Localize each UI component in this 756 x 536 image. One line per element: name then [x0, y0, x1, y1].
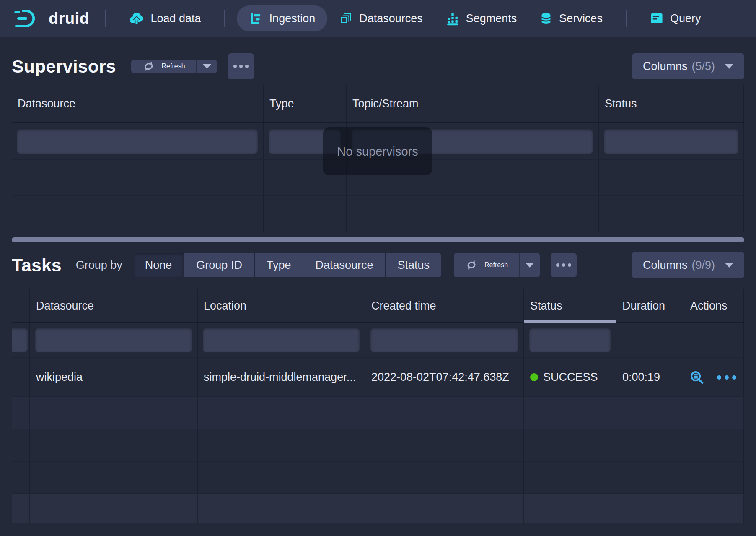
top-nav: druid Load data Ingestion [0, 0, 756, 37]
druid-logo-icon [14, 8, 42, 29]
task-created-time-cell: 2022-08-02T07:42:47.638Z [365, 358, 524, 396]
nav-divider [626, 10, 627, 27]
nav-item-datasources[interactable]: Datasources [327, 0, 434, 37]
brand-name: druid [49, 10, 89, 28]
header-task-id-clipped[interactable] [12, 289, 30, 322]
datasource-filter-input[interactable] [17, 129, 258, 154]
more-icon [233, 65, 237, 68]
task-location-cell: simple-druid-middlemanager... [198, 358, 365, 396]
empty-row [12, 429, 744, 461]
header-datasource[interactable]: Datasource [30, 289, 198, 322]
refresh-interval-dropdown[interactable] [520, 253, 540, 277]
nav-item-services[interactable]: Services [528, 0, 614, 37]
location-filter-input[interactable] [203, 328, 360, 352]
task-actions-cell [684, 358, 744, 396]
nav-item-label: Ingestion [269, 12, 316, 25]
refresh-button[interactable]: Refresh [454, 253, 519, 277]
stacked-panels-icon [339, 11, 353, 26]
tasks-more-button[interactable] [551, 253, 577, 277]
success-status-dot [530, 373, 538, 381]
header-created-time[interactable]: Created time [365, 289, 524, 322]
no-supervisors-message: No supervisors [337, 145, 418, 159]
three-blue-dots-icon [717, 375, 721, 380]
nav-item-load-data[interactable]: Load data [118, 0, 212, 37]
nav-item-label: Query [670, 12, 701, 25]
druid-logo[interactable]: druid [10, 8, 93, 29]
nav-item-label: Services [559, 12, 603, 25]
nav-item-segments[interactable]: Segments [434, 0, 528, 37]
nav-divider [105, 10, 106, 27]
supervisors-title: Supervisors [12, 56, 116, 77]
group-by-button-group: None Group ID Type Datasource Status [133, 253, 441, 277]
tasks-toolbar: Tasks Group by None Group ID Type Dataso… [0, 252, 756, 278]
datasource-filter-input[interactable] [35, 328, 192, 352]
nav-divider [224, 10, 225, 27]
header-location[interactable]: Location [198, 289, 365, 322]
task-datasource-cell: wikipedia [30, 358, 198, 396]
caret-down-icon [526, 263, 534, 268]
header-type[interactable]: Type [264, 85, 347, 122]
task-status-cell: SUCCESS [524, 358, 616, 396]
status-filter-input[interactable] [529, 328, 611, 352]
empty-row [12, 461, 744, 493]
header-status[interactable]: Status [599, 85, 744, 122]
supervisors-hscrollbar [12, 237, 744, 242]
group-by-status-button[interactable]: Status [386, 253, 442, 277]
supervisors-more-button[interactable] [228, 53, 254, 79]
group-by-none-button[interactable]: None [133, 253, 184, 277]
task-more-actions-button[interactable] [717, 375, 736, 380]
scrollbar-thumb[interactable] [12, 237, 744, 242]
tasks-title: Tasks [12, 255, 62, 276]
refresh-label: Refresh [162, 62, 185, 70]
group-by-datasource-button[interactable]: Datasource [303, 253, 385, 277]
tasks-header-row: Datasource Location Created time Status … [12, 289, 744, 323]
caret-down-icon [725, 263, 733, 268]
tasks-columns-button[interactable]: Columns (9/9) [632, 252, 744, 278]
caret-down-icon [725, 64, 733, 69]
task-row-wikipedia[interactable]: wikipedia simple-druid-middlemanager... … [12, 357, 744, 396]
nav-item-label: Segments [466, 12, 517, 25]
no-supervisors-overlay: No supervisors [323, 127, 432, 175]
tasks-refresh-split-button: Refresh [454, 253, 540, 277]
status-filter-input[interactable] [604, 129, 738, 154]
full-stacked-chart-icon [445, 11, 460, 26]
columns-count: (9/9) [691, 259, 715, 272]
more-icon [556, 263, 559, 267]
nav-item-label: Datasources [359, 12, 423, 25]
database-icon [539, 11, 553, 26]
header-datasource[interactable]: Datasource [12, 85, 264, 122]
supervisors-toolbar: Supervisors Refresh Columns (5/5) [0, 53, 756, 80]
task-id-cell [12, 358, 30, 396]
header-status-sorted[interactable]: Status [524, 289, 616, 322]
task-detail-button[interactable] [689, 370, 704, 385]
supervisors-columns-button[interactable]: Columns (5/5) [632, 53, 744, 79]
nav-item-label: Load data [150, 12, 201, 25]
task-status-label: SUCCESS [543, 371, 598, 384]
druid-console: druid Load data Ingestion [0, 0, 756, 536]
header-actions[interactable]: Actions [684, 289, 744, 322]
refresh-icon [465, 258, 478, 272]
header-topic-stream[interactable]: Topic/Stream [347, 85, 599, 122]
refresh-button[interactable]: Refresh [131, 60, 196, 73]
nav-item-query[interactable]: Query [638, 0, 712, 37]
empty-row [12, 493, 744, 523]
columns-label: Columns [643, 259, 688, 272]
supervisors-table: Datasource Type Topic/Stream Status No s… [12, 85, 744, 232]
caret-down-icon [203, 64, 211, 69]
group-by-type-button[interactable]: Type [255, 253, 303, 277]
task-id-filter-input-clipped[interactable] [12, 328, 28, 352]
refresh-label: Refresh [484, 261, 508, 269]
group-by-group-id-button[interactable]: Group ID [184, 253, 254, 277]
refresh-icon [142, 60, 155, 73]
task-duration-cell: 0:00:19 [616, 358, 684, 396]
empty-row [12, 396, 744, 429]
created-time-filter-input[interactable] [370, 328, 518, 352]
console-icon [650, 11, 664, 26]
cloud-upload-icon [129, 11, 144, 26]
nav-item-ingestion[interactable]: Ingestion [237, 5, 328, 31]
columns-label: Columns [643, 60, 688, 73]
tasks-table: Datasource Location Created time Status … [12, 289, 744, 523]
header-duration[interactable]: Duration [616, 289, 684, 322]
refresh-interval-dropdown[interactable] [197, 60, 217, 73]
group-by-label: Group by [76, 259, 122, 272]
